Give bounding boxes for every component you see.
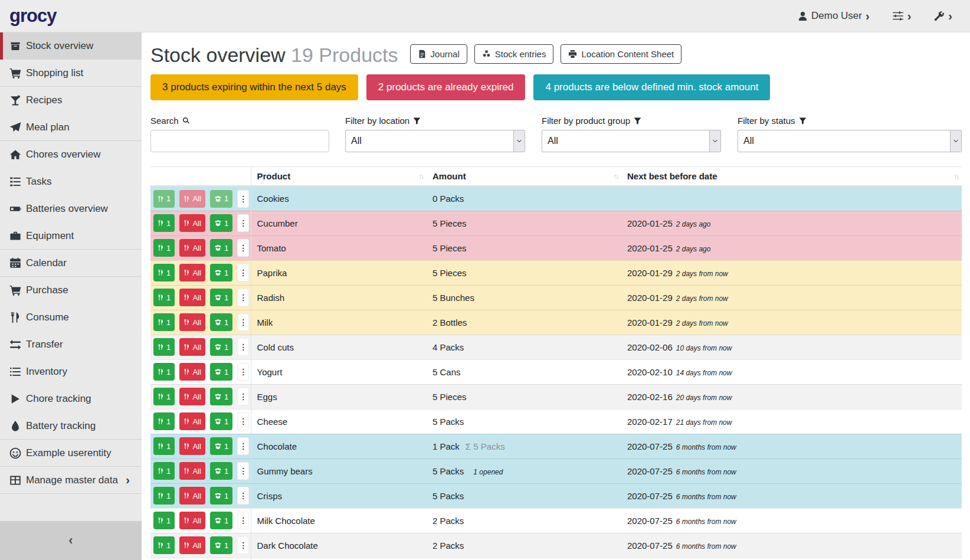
consume-one-button[interactable]: 1 xyxy=(153,338,175,356)
sidebar-item[interactable]: Inventory xyxy=(0,358,142,385)
product-group-select[interactable]: All xyxy=(542,130,721,152)
open-one-button[interactable]: 1 xyxy=(210,190,232,208)
consume-one-button[interactable]: 1 xyxy=(153,462,175,480)
consume-one-button[interactable]: 1 xyxy=(153,412,175,430)
open-one-button[interactable]: 1 xyxy=(210,388,232,405)
sort-icon[interactable]: ↑↓ xyxy=(613,172,618,181)
consume-all-button[interactable]: All xyxy=(179,313,205,331)
row-more-menu-button[interactable]: ⋮ xyxy=(237,190,249,208)
sidebar-item[interactable]: Chores overview xyxy=(0,141,142,168)
consume-all-button[interactable]: All xyxy=(179,462,205,480)
consume-one-button[interactable]: 1 xyxy=(153,239,175,257)
sidebar-collapse-button[interactable]: ‹ xyxy=(0,521,142,560)
consume-all-button[interactable]: All xyxy=(179,289,205,306)
sidebar-item[interactable]: Recipes xyxy=(0,87,142,114)
row-more-menu-button[interactable]: ⋮ xyxy=(237,512,249,529)
consume-one-button[interactable]: 1 xyxy=(153,264,175,281)
open-one-button[interactable]: 1 xyxy=(210,536,232,554)
consume-one-button[interactable]: 1 xyxy=(153,388,175,405)
consume-all-button[interactable]: All xyxy=(179,536,205,554)
row-actions-cell: 1 All 1 ⋮ xyxy=(150,384,251,409)
status-alert[interactable]: 2 products are already expired xyxy=(366,74,526,100)
sidebar-item[interactable]: Equipment xyxy=(0,222,142,250)
consume-one-button[interactable]: 1 xyxy=(153,363,175,381)
consume-one-button[interactable]: 1 xyxy=(153,313,175,331)
sidebar-item-label: Meal plan xyxy=(26,122,70,133)
row-more-menu-button[interactable]: ⋮ xyxy=(237,338,249,356)
consume-all-button[interactable]: All xyxy=(179,338,205,356)
sidebar-item[interactable]: Battery tracking xyxy=(0,412,142,440)
user-menu[interactable]: Demo User › xyxy=(798,10,870,22)
consume-one-button[interactable]: 1 xyxy=(153,289,175,306)
header-button[interactable]: Stock entries xyxy=(474,44,554,64)
sort-icon[interactable]: ↑↓ xyxy=(953,172,958,181)
consume-all-button[interactable]: All xyxy=(179,190,205,208)
status-select[interactable]: All xyxy=(738,130,962,152)
app-logo[interactable]: grocy xyxy=(9,5,56,27)
sidebar-item[interactable]: Example userentity xyxy=(0,440,142,467)
status-alert[interactable]: 4 products are below defined min. stock … xyxy=(533,74,770,100)
open-one-button[interactable]: 1 xyxy=(210,264,232,281)
settings-menu[interactable]: › xyxy=(892,10,912,22)
sidebar-item[interactable]: Shopping list xyxy=(0,60,142,87)
consume-all-button[interactable]: All xyxy=(179,363,205,381)
consume-all-button[interactable]: All xyxy=(179,264,205,281)
row-more-menu-button[interactable]: ⋮ xyxy=(237,487,249,505)
open-one-button[interactable]: 1 xyxy=(210,437,232,455)
row-more-menu-button[interactable]: ⋮ xyxy=(237,363,249,381)
row-more-menu-button[interactable]: ⋮ xyxy=(237,239,249,257)
sidebar-item[interactable]: Purchase xyxy=(0,277,142,304)
header-button[interactable]: Journal xyxy=(410,44,467,64)
open-one-button[interactable]: 1 xyxy=(210,412,232,430)
header-button[interactable]: Location Content Sheet xyxy=(561,44,681,64)
open-one-button[interactable]: 1 xyxy=(210,487,232,505)
row-more-menu-button[interactable]: ⋮ xyxy=(237,313,249,331)
sidebar-item[interactable]: Batteries overview xyxy=(0,195,142,222)
open-one-button[interactable]: 1 xyxy=(210,289,232,306)
open-one-button[interactable]: 1 xyxy=(210,512,232,529)
open-one-button[interactable]: 1 xyxy=(210,239,232,257)
sort-icon[interactable]: ↑↓ xyxy=(418,172,423,181)
open-one-button[interactable]: 1 xyxy=(210,363,232,381)
consume-all-button[interactable]: All xyxy=(179,437,205,455)
sidebar-item[interactable]: Tasks xyxy=(0,168,142,195)
row-more-menu-button[interactable]: ⋮ xyxy=(237,289,249,306)
row-more-menu-button[interactable]: ⋮ xyxy=(237,437,249,455)
row-more-menu-button[interactable]: ⋮ xyxy=(237,536,249,554)
consume-all-button[interactable]: All xyxy=(179,214,205,232)
open-one-button[interactable]: 1 xyxy=(210,214,232,232)
sidebar-item[interactable]: Meal plan xyxy=(0,114,142,141)
open-one-button[interactable]: 1 xyxy=(210,338,232,356)
consume-one-button[interactable]: 1 xyxy=(153,512,175,529)
location-select[interactable]: All xyxy=(345,130,525,152)
sidebar-item[interactable]: Chore tracking xyxy=(0,385,142,412)
admin-menu[interactable]: › xyxy=(933,10,952,22)
product-column-header[interactable]: Product↑↓ xyxy=(251,167,427,186)
consume-all-button[interactable]: All xyxy=(179,388,205,405)
row-more-menu-button[interactable]: ⋮ xyxy=(237,412,249,430)
consume-one-button[interactable]: 1 xyxy=(153,536,175,554)
consume-one-button[interactable]: 1 xyxy=(153,190,175,208)
row-more-menu-button[interactable]: ⋮ xyxy=(237,264,249,281)
consume-all-button[interactable]: All xyxy=(179,239,205,257)
amount-column-header[interactable]: Amount↑↓ xyxy=(427,167,621,186)
row-more-menu-button[interactable]: ⋮ xyxy=(237,214,249,232)
open-one-button[interactable]: 1 xyxy=(210,313,232,331)
row-more-menu-button[interactable]: ⋮ xyxy=(237,462,249,480)
sidebar-item[interactable]: Manage master data › xyxy=(0,467,142,494)
search-input[interactable] xyxy=(150,130,329,152)
consume-one-button[interactable]: 1 xyxy=(153,214,175,232)
sidebar-item[interactable]: Consume xyxy=(0,304,142,331)
date-column-header[interactable]: Next best before date↑↓ xyxy=(621,167,962,186)
open-one-button[interactable]: 1 xyxy=(210,462,232,480)
consume-one-button[interactable]: 1 xyxy=(153,437,175,455)
sidebar-item[interactable]: Transfer xyxy=(0,331,142,358)
consume-all-button[interactable]: All xyxy=(179,412,205,430)
sidebar-item[interactable]: Stock overview xyxy=(0,32,142,60)
consume-all-button[interactable]: All xyxy=(179,512,205,529)
consume-one-button[interactable]: 1 xyxy=(153,487,175,505)
status-alert[interactable]: 3 products expiring within the next 5 da… xyxy=(150,74,358,100)
sidebar-item[interactable]: Calendar xyxy=(0,250,142,277)
consume-all-button[interactable]: All xyxy=(179,487,205,505)
row-more-menu-button[interactable]: ⋮ xyxy=(237,388,249,405)
